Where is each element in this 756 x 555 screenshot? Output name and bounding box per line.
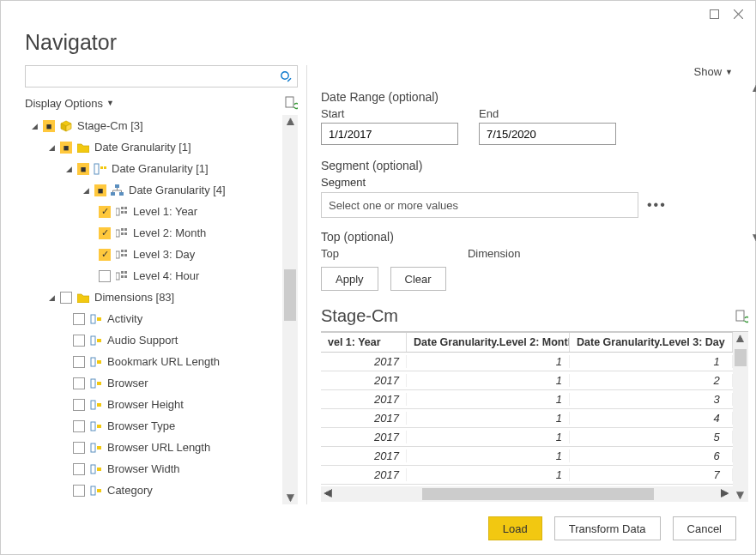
checkbox[interactable] [60,292,72,304]
transform-data-button[interactable]: Transform Data [554,516,661,540]
table-row[interactable]: 201712 [321,371,733,390]
checkbox[interactable] [99,270,111,282]
tree-node-audio-support[interactable]: Audio Support [25,329,279,351]
checkbox[interactable] [73,356,85,368]
expander-icon[interactable]: ◢ [30,122,39,130]
checkbox[interactable] [73,442,85,454]
expander-icon[interactable]: ◢ [47,143,56,152]
svg-rect-39 [91,315,95,323]
clear-label: Clear [405,273,432,286]
tree-node-level-year[interactable]: ✓ Level 1: Year [25,201,279,222]
tree-scrollbar[interactable]: ⯅ ⯆ [282,115,298,504]
segment-more-button[interactable]: ••• [647,197,667,213]
grid-hscrollbar[interactable]: ⯇ ⯈ [321,486,733,502]
search-input[interactable] [26,67,275,86]
right-content: Show ▼ Date Range (optional) Start [321,65,740,504]
tree-node-browser-type[interactable]: Browser Type [25,415,279,437]
svg-rect-50 [97,425,101,428]
tree-node-stage[interactable]: ◢ ■ Stage-Cm [3] [25,115,279,136]
tree-node-browser-width[interactable]: Browser Width [25,458,279,480]
tree-node-browser[interactable]: Browser [25,372,279,394]
checkbox[interactable]: ✓ [99,227,111,239]
tree-node-category[interactable]: Category [25,480,279,501]
scroll-track[interactable] [336,486,717,502]
svg-rect-20 [121,207,124,209]
column-icon [89,462,103,476]
titlebar [1,1,755,27]
table-row[interactable]: 201716 [321,447,733,466]
tree-node-bookmark-url-length[interactable]: Bookmark URL Length [25,351,279,372]
search-box[interactable] [25,65,298,87]
tree-node-level-hour[interactable]: Level 4: Hour [25,265,279,287]
scroll-down-icon[interactable]: ⯆ [733,490,748,500]
tree-node-dimensions[interactable]: ◢ Dimensions [83] [25,287,279,308]
scroll-up-icon[interactable]: ⯅ [733,334,748,344]
end-input[interactable] [479,123,616,145]
svg-rect-55 [91,486,95,495]
checkbox[interactable]: ■ [77,163,89,175]
grid-header-month[interactable]: Date Granularity.Level 2: Month [407,333,570,352]
grid-vscrollbar[interactable]: ⯅ ⯆ [733,332,748,502]
expander-icon[interactable]: ◢ [47,293,56,302]
table-row[interactable]: 201714 [321,409,733,428]
tree-node-level-day[interactable]: ✓ Level 3: Day [25,244,279,265]
checkbox[interactable] [73,399,85,411]
segment-select[interactable]: Select one or more values [321,192,638,218]
tree-node-dg3[interactable]: ◢ ■ Date Granularity [4] [25,179,279,201]
checkbox[interactable] [73,377,85,389]
svg-rect-40 [97,317,101,321]
preview-refresh-button[interactable] [735,310,748,323]
cancel-button[interactable]: Cancel [673,516,736,540]
tree-node-level-month[interactable]: ✓ Level 2: Month [25,222,279,244]
clear-button[interactable]: Clear [390,267,446,291]
scroll-down-icon[interactable]: ⯆ [282,492,298,503]
tree-node-activity[interactable]: Activity [25,308,279,329]
tree-node-dg2[interactable]: ◢ ■ Date Granularity [1] [25,158,279,179]
show-dropdown[interactable]: Show ▼ [694,65,733,78]
scroll-right-icon[interactable]: ⯈ [717,488,733,500]
checkbox[interactable] [73,335,85,347]
expander-icon[interactable]: ◢ [82,186,90,195]
scroll-thumb[interactable] [422,488,654,500]
checkbox[interactable] [73,420,85,432]
svg-rect-31 [121,254,124,256]
window-close-button[interactable] [726,4,750,23]
table-row[interactable]: 201717 [321,466,733,485]
dimension-label: Dimension [468,247,520,260]
preview-title: Stage-Cm [321,306,398,326]
svg-rect-37 [124,271,127,274]
grid-header-year[interactable]: vel 1: Year [321,333,407,352]
svg-rect-22 [124,207,127,209]
level-icon [115,248,129,262]
tree-node-browser-url-length[interactable]: Browser URL Length [25,437,279,458]
checkbox[interactable] [73,313,85,325]
expander-icon[interactable]: ◢ [64,165,73,173]
table-row[interactable]: 201713 [321,390,733,409]
scroll-thumb[interactable] [284,269,296,321]
window-maximize-button[interactable] [702,4,726,23]
table-row[interactable]: 201711 [321,353,733,371]
tree-node-dg1[interactable]: ◢ ■ Date Granularity [1] [25,136,279,158]
refresh-button[interactable] [284,96,298,110]
top-field-label: Top [321,247,339,260]
scroll-up-icon[interactable]: ⯅ [282,117,298,127]
search-button[interactable] [275,70,297,82]
checkbox[interactable]: ✓ [99,249,111,261]
checkbox[interactable]: ■ [43,120,55,132]
grid-header-day[interactable]: Date Granularity.Level 3: Day [570,333,733,352]
scroll-left-icon[interactable]: ⯇ [321,488,336,500]
tree-node-browser-height[interactable]: Browser Height [25,394,279,415]
load-button[interactable]: Load [488,516,542,540]
table-row[interactable]: 201715 [321,428,733,447]
checkbox[interactable] [73,463,85,475]
checkbox[interactable]: ■ [94,184,106,196]
checkbox[interactable]: ■ [60,142,72,154]
checkbox[interactable]: ✓ [99,206,111,218]
scroll-thumb[interactable] [735,349,747,366]
apply-button[interactable]: Apply [321,267,378,291]
start-input[interactable] [321,123,458,145]
table-cell: 1 [407,431,570,443]
checkbox[interactable] [73,485,85,497]
display-options-dropdown[interactable]: Display Options ▼ [25,97,114,110]
table-cell: 1 [407,374,570,387]
